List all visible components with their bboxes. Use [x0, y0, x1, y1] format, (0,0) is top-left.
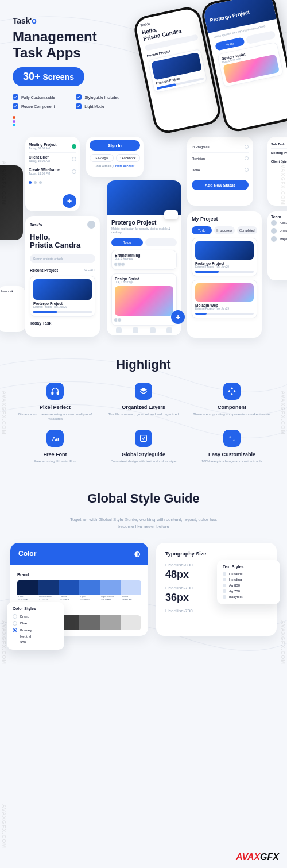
avatar: [271, 236, 277, 242]
feature-item: Light Mode: [76, 103, 119, 109]
highlight-item: Pixel PerfectDistance and measure using …: [16, 383, 94, 422]
swatch[interactable]: Subtle#E3ECFE: [121, 580, 141, 603]
add-fab[interactable]: +: [171, 310, 185, 324]
watermark: AVAXGFX.COM: [1, 804, 7, 848]
team-member[interactable]: Majid Kur: [271, 235, 287, 243]
watermark: AVAXGFX.COM: [280, 620, 286, 665]
avatar: [271, 220, 277, 226]
check-icon: [76, 94, 82, 100]
font-icon: Aa: [46, 430, 64, 447]
screen-project-detail: Protergo Project Mobile application for …: [107, 180, 181, 335]
avatar: [271, 228, 277, 234]
highlight-item: Organized LayersThe file is named, group…: [104, 383, 183, 422]
task-row[interactable]: Meeting ProjectToday, 08:00 AM: [29, 140, 76, 153]
svg-rect-0: [52, 392, 53, 394]
style-option[interactable]: Primary: [13, 627, 59, 634]
swatch[interactable]: [100, 615, 121, 630]
tab[interactable]: To do: [192, 226, 212, 234]
style-option[interactable]: Brand: [13, 613, 59, 620]
palette-icon: ◐: [134, 550, 140, 558]
screen-my-project: My Project To doIn progressCompleted Pro…: [187, 211, 262, 338]
swatch[interactable]: Dark variant#123579: [38, 580, 59, 603]
styleguide-title: Global Style Guide: [10, 491, 277, 506]
highlight-item: AaFree FontFree amazing Urbanist Font: [16, 430, 94, 464]
screens-band: Facebook Meeting ProjectToday, 08:00 AMC…: [0, 137, 287, 344]
highlight-item: ComponentThere are supporting components…: [193, 383, 271, 422]
swatch[interactable]: Dark#06275A: [17, 580, 38, 603]
style-option[interactable]: 900: [13, 639, 59, 645]
check-icon: [13, 94, 18, 100]
search-input[interactable]: Search projects or task: [30, 254, 95, 263]
style-option[interactable]: Ag 800: [223, 582, 274, 588]
text-styles-panel: Text Styles HeadlineHeadingAg 800Ag 700B…: [217, 560, 280, 604]
style-option[interactable]: Neutral: [13, 634, 59, 639]
done-icon: [72, 144, 76, 149]
swatch[interactable]: Light#5D8BF4: [79, 580, 100, 603]
task-row[interactable]: Client BriefToday, 10:00 AM: [29, 153, 76, 165]
google-button[interactable]: G Google: [90, 154, 114, 162]
list-item[interactable]: Meeting Pro: [271, 149, 287, 157]
task-row[interactable]: Create WireframeToday, 13:00 PM: [29, 165, 76, 178]
facebook-button[interactable]: f Facebook: [116, 154, 140, 162]
status-row[interactable]: In Progress: [192, 141, 249, 153]
hero-phones: Task'o Hello,Pristia Candra Recent Proje…: [144, 0, 287, 132]
figma-icon: [13, 116, 15, 126]
style-icon: [135, 430, 152, 447]
highlight-item: Easy Customizable100% easy to change and…: [193, 430, 271, 464]
screen-peek-left-2: Facebook: [0, 286, 26, 332]
highlight-item: Global StyleguideConsistent design with …: [104, 430, 183, 464]
component-icon: [223, 383, 241, 400]
screen-today-tasks: Meeting ProjectToday, 08:00 AMClient Bri…: [25, 137, 80, 211]
check-icon: [13, 103, 18, 109]
check-icon: [76, 103, 82, 109]
swatch[interactable]: [121, 615, 141, 630]
style-option[interactable]: Bodytext: [223, 594, 274, 600]
screen-home: Task'o Hello,Pristia Candra Search proje…: [25, 216, 100, 337]
swatch[interactable]: Default#2463EB: [59, 580, 79, 603]
signin-button[interactable]: Sign In: [90, 140, 140, 151]
screen-team: Team Alim AhmPutra AmingMajid Kur: [267, 211, 287, 280]
headset-icon: [46, 383, 64, 400]
style-option[interactable]: Ag 700: [223, 588, 274, 594]
svg-rect-1: [57, 392, 59, 394]
watermark: AVAXGFX.COM: [1, 161, 7, 205]
feature-item: Styleguide Included: [76, 94, 119, 100]
tab[interactable]: In progress: [214, 226, 234, 234]
highlight-title: Highlight: [16, 357, 271, 372]
swatch[interactable]: [79, 615, 100, 630]
status-row[interactable]: Done: [192, 164, 249, 175]
style-option[interactable]: Headline: [223, 571, 274, 577]
team-member[interactable]: Alim Ahm: [271, 219, 287, 227]
add-fab[interactable]: +: [63, 194, 76, 208]
custom-icon: [223, 430, 241, 447]
tab-todo[interactable]: To do: [111, 238, 143, 246]
add-status-button[interactable]: Add New Status: [192, 180, 249, 190]
team-member[interactable]: Putra Aming: [271, 227, 287, 235]
svg-text:Aa: Aa: [52, 436, 60, 442]
feature-item: Fully Customizable: [13, 94, 55, 100]
watermark: AVAXGFX.COM: [280, 391, 286, 435]
list-item[interactable]: Sub Task: [271, 140, 287, 149]
status-row[interactable]: Revision: [192, 153, 249, 164]
style-option[interactable]: Blue: [13, 620, 59, 627]
nav-icon[interactable]: [116, 327, 122, 333]
hero: Task'o ManagementTask Apps 30+ Screens F…: [0, 0, 287, 132]
highlight-section: Highlight Pixel PerfectDistance and meas…: [0, 344, 287, 477]
avatar[interactable]: [87, 221, 95, 229]
watermark: AVAXGFX.COM: [1, 391, 7, 435]
footer-logo: AVAXGFX: [236, 852, 279, 862]
feature-item: Reuse Component: [13, 103, 55, 109]
watermark: AVAXGFX.COM: [280, 161, 286, 205]
screens-badge: 30+ Screens: [13, 67, 84, 86]
style-option[interactable]: Heading: [223, 577, 274, 582]
watermark: AVAXGFX.COM: [1, 620, 7, 665]
tab[interactable]: Completed: [237, 226, 257, 234]
styleguide-section: Global Style Guide Together with Global …: [0, 477, 287, 670]
swatch[interactable]: Light variant#9CBAF9: [100, 580, 121, 603]
styleguide-subtitle: Together with Global Style Guide, workin…: [69, 516, 218, 530]
color-styles-panel: Color Styles BrandBluePrimaryNeutral900: [7, 602, 64, 650]
screen-status: In ProgressRevisionDone Add New Status: [187, 137, 253, 206]
screen-signin: Sign In G Googlef Facebook Join with us,…: [86, 137, 144, 177]
layers-icon: [135, 383, 152, 400]
